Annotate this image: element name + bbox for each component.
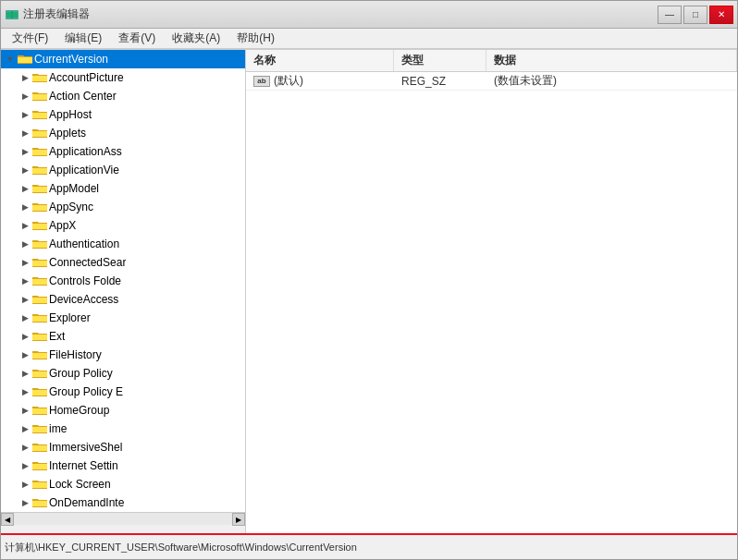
cell-data: (数值未设置) [486,72,737,91]
folder-icon [32,293,47,306]
expand-icon[interactable]: ▶ [19,201,31,213]
tree-item-label: Explorer [49,311,91,324]
tree-item-label: DeviceAccess [49,293,118,306]
close-button[interactable]: ✕ [709,6,733,24]
tree-item[interactable]: ▶ AppModel [1,179,245,198]
menu-favorites[interactable]: 收藏夹(A) [165,29,228,48]
folder-icon [32,330,47,343]
expand-icon[interactable]: ▶ [19,386,31,397]
tree-item-label: AppSync [49,201,93,213]
hscroll-right-btn[interactable]: ▶ [232,513,245,526]
menu-help[interactable]: 帮助(H) [229,29,282,48]
folder-icon [32,145,47,158]
svg-rect-2 [13,12,18,18]
tree-item-label: Group Policy [49,367,113,380]
minimize-button[interactable]: — [658,6,682,24]
tree-item-label: CurrentVersion [34,53,108,66]
right-panel: 名称 类型 数据 ab(默认)REG_SZ(数值未设置) [246,50,737,533]
expand-icon[interactable]: ▶ [19,368,31,379]
hscroll-left-btn[interactable]: ◀ [1,513,14,526]
expand-icon[interactable]: ▶ [19,423,31,434]
status-path: 计算机\HKEY_CURRENT_USER\Software\Microsoft… [5,541,357,554]
folder-icon [32,385,47,398]
expand-icon[interactable]: ▶ [19,349,31,360]
statusbar: 计算机\HKEY_CURRENT_USER\Software\Microsoft… [1,533,737,559]
expand-icon[interactable]: ▶ [19,460,31,471]
expand-icon[interactable]: ▶ [19,164,31,176]
tree-item-label: ImmersiveShel [49,441,122,454]
expand-icon[interactable]: ▶ [19,91,31,102]
tree-item[interactable]: ▶ ApplicationAss [1,142,245,161]
tree-item[interactable]: ▶ Action Center [1,87,245,105]
expand-icon[interactable]: ▶ [19,72,31,83]
table-row[interactable]: ab(默认)REG_SZ(数值未设置) [246,72,737,91]
tree-item[interactable]: ▶ Internet Settin [1,457,245,475]
tree-hscroll[interactable]: ◀ ▶ [1,512,245,525]
expand-icon[interactable]: ▶ [19,497,31,508]
titlebar-left: 注册表编辑器 [5,6,90,22]
tree-panel[interactable]: ▼ CurrentVersion▶ AccountPicture▶ Action… [1,50,246,512]
expand-icon[interactable]: ▶ [19,220,31,231]
tree-item[interactable]: ▶ ApplicationVie [1,161,245,179]
expand-icon[interactable]: ▶ [19,257,31,268]
expand-icon[interactable]: ▶ [19,146,31,157]
tree-item[interactable]: ▶ Ext [1,327,245,346]
folder-icon [32,182,47,195]
tree-item[interactable]: ▶ ImmersiveShel [1,438,245,457]
tree-item-label: FileHistory [49,348,102,361]
folder-icon [32,496,47,509]
app-icon [5,7,19,22]
tree-item[interactable]: ▶ AppX [1,216,245,235]
tree-item[interactable]: ▶ Controls Folde [1,272,245,290]
expand-icon[interactable]: ▶ [19,294,31,305]
maximize-button[interactable]: □ [683,6,707,24]
expand-icon[interactable]: ▶ [19,405,31,416]
expand-icon[interactable]: ▶ [19,331,31,342]
tree-item[interactable]: ▼ CurrentVersion [1,50,245,68]
tree-item[interactable]: ▶ Applets [1,124,245,142]
expand-icon[interactable]: ▶ [19,238,31,250]
tree-item[interactable]: ▶ Lock Screen [1,475,245,493]
folder-icon [32,108,47,121]
tree-item[interactable]: ▶ AccountPicture [1,68,245,87]
registry-editor-window: 注册表编辑器 — □ ✕ 文件(F) 编辑(E) 查看(V) 收藏夹(A) 帮助… [0,0,738,560]
tree-item[interactable]: ▶ Authentication [1,235,245,253]
expand-icon[interactable]: ▶ [19,479,31,490]
tree-item[interactable]: ▶ ConnectedSear [1,253,245,272]
cell-type: REG_SZ [394,73,486,90]
expand-icon[interactable]: ▶ [19,275,31,286]
tree-item-label: AppX [49,219,76,232]
tree-item[interactable]: ▶ AppHost [1,105,245,124]
collapse-icon[interactable]: ▼ [5,54,16,65]
menu-file[interactable]: 文件(F) [5,29,55,48]
expand-icon[interactable]: ▶ [19,183,31,194]
expand-icon[interactable]: ▶ [19,128,31,139]
folder-icon [18,53,32,66]
tree-item[interactable]: ▶ Explorer [1,309,245,327]
tree-item[interactable]: ▶ AppSync [1,198,245,216]
svg-rect-1 [6,12,11,18]
tree-item[interactable]: ▶ DeviceAccess [1,290,245,309]
tree-item-label: ConnectedSear [49,256,126,269]
expand-icon[interactable]: ▶ [19,442,31,453]
menu-edit[interactable]: 编辑(E) [57,29,109,48]
cell-name-text: (默认) [274,73,303,89]
menu-view[interactable]: 查看(V) [111,29,163,48]
tree-item[interactable]: ▶ ime [1,420,245,438]
tree-item-label: Controls Folde [49,274,121,287]
tree-item[interactable]: ▶ HomeGroup [1,401,245,420]
tree-item-label: AppModel [49,182,99,195]
tree-item[interactable]: ▶ Group Policy E [1,383,245,401]
expand-icon[interactable]: ▶ [19,109,31,120]
tree-item[interactable]: ▶ Group Policy [1,364,245,383]
folder-icon [32,348,47,361]
cell-name: ab(默认) [246,72,394,91]
tree-item[interactable]: ▶ FileHistory [1,346,245,364]
tree-item-label: ApplicationVie [49,164,119,177]
tree-item[interactable]: ▶ OnDemandInte [1,493,245,512]
tree-item-label: HomeGroup [49,404,109,417]
hscroll-track[interactable] [14,513,232,525]
column-header-type: 类型 [394,50,486,71]
table-header: 名称 类型 数据 [246,50,737,72]
expand-icon[interactable]: ▶ [19,312,31,323]
